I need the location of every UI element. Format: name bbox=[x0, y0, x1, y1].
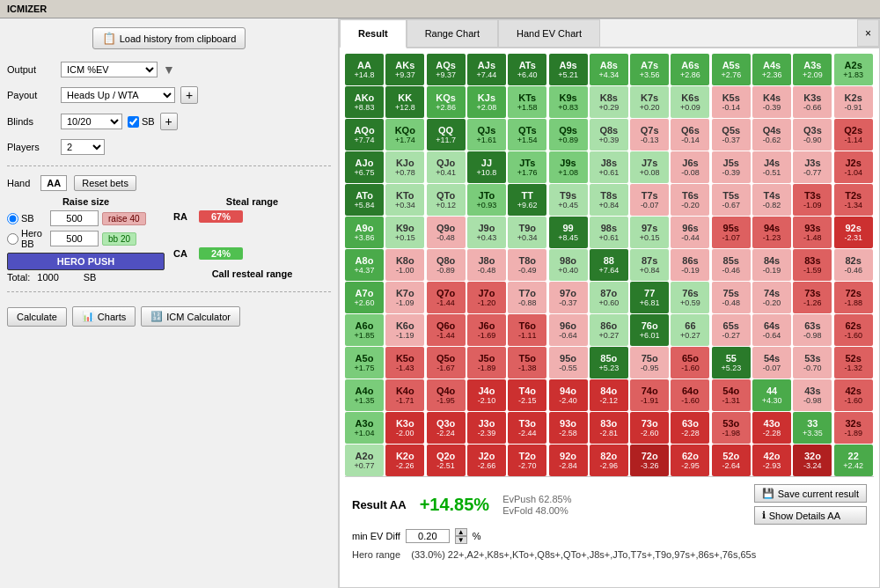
grid-cell-32o[interactable]: 32o-3.24 bbox=[793, 445, 832, 476]
grid-cell-85s[interactable]: 85s-0.46 bbox=[712, 249, 751, 281]
grid-cell-q2o[interactable]: Q2o-2.51 bbox=[427, 445, 466, 476]
grid-cell-j3o[interactable]: J3o-2.39 bbox=[467, 412, 506, 444]
grid-cell-k9s[interactable]: K9s+0.83 bbox=[549, 86, 588, 118]
grid-cell-93o[interactable]: 93o-2.58 bbox=[549, 412, 588, 444]
grid-cell-22[interactable]: 22+2.42 bbox=[834, 445, 873, 476]
grid-cell-j8o[interactable]: J8o-0.48 bbox=[467, 249, 506, 281]
grid-cell-75s[interactable]: 75s-0.48 bbox=[712, 282, 751, 313]
grid-cell-t5o[interactable]: T5o-1.38 bbox=[508, 347, 546, 379]
grid-cell-66[interactable]: 66+0.27 bbox=[671, 314, 709, 346]
grid-cell-j7o[interactable]: J7o-1.20 bbox=[467, 282, 506, 313]
grid-cell-q2s[interactable]: Q2s-1.14 bbox=[834, 119, 873, 151]
grid-cell-t7s[interactable]: T7s-0.07 bbox=[630, 184, 669, 216]
grid-cell-ajs[interactable]: AJs+7.44 bbox=[467, 54, 506, 85]
close-button[interactable]: × bbox=[857, 19, 879, 47]
grid-cell-k8o[interactable]: K8o-1.00 bbox=[385, 249, 424, 281]
grid-cell-j5s[interactable]: J5s-0.39 bbox=[712, 151, 751, 183]
grid-cell-q3o[interactable]: Q3o-2.24 bbox=[427, 412, 466, 444]
grid-cell-q4s[interactable]: Q4s-0.62 bbox=[752, 119, 791, 151]
grid-cell-72s[interactable]: 72s-1.88 bbox=[834, 282, 873, 313]
grid-cell-q5o[interactable]: Q5o-1.67 bbox=[427, 347, 466, 379]
grid-cell-j9o[interactable]: J9o+0.43 bbox=[467, 217, 506, 248]
grid-cell-jto[interactable]: JTo+0.93 bbox=[467, 184, 506, 216]
sb-checkbox[interactable] bbox=[128, 116, 139, 128]
grid-cell-62o[interactable]: 62o-2.95 bbox=[671, 445, 709, 476]
sb-radio[interactable] bbox=[7, 213, 18, 224]
grid-cell-92s[interactable]: 92s-2.31 bbox=[834, 217, 873, 248]
grid-cell-j7s[interactable]: J7s+0.08 bbox=[630, 151, 669, 183]
grid-cell-kjs[interactable]: KJs+2.08 bbox=[467, 86, 506, 118]
grid-cell-t4s[interactable]: T4s-0.82 bbox=[752, 184, 791, 216]
grid-cell-a4s[interactable]: A4s+2.36 bbox=[752, 54, 791, 85]
grid-cell-jts[interactable]: JTs+1.76 bbox=[508, 151, 546, 183]
grid-cell-54s[interactable]: 54s-0.07 bbox=[752, 347, 791, 379]
grid-cell-q7s[interactable]: Q7s-0.13 bbox=[630, 119, 669, 151]
grid-cell-63s[interactable]: 63s-0.98 bbox=[793, 314, 832, 346]
grid-cell-42o[interactable]: 42o-2.93 bbox=[752, 445, 791, 476]
grid-cell-73s[interactable]: 73s-1.26 bbox=[793, 282, 832, 313]
grid-cell-k5o[interactable]: K5o-1.43 bbox=[385, 347, 424, 379]
grid-cell-j2o[interactable]: J2o-2.66 bbox=[467, 445, 506, 476]
grid-cell-k9o[interactable]: K9o+0.15 bbox=[385, 217, 424, 248]
grid-cell-j4s[interactable]: J4s-0.51 bbox=[752, 151, 791, 183]
grid-cell-t8s[interactable]: T8s+0.84 bbox=[590, 184, 628, 216]
grid-cell-75o[interactable]: 75o-0.95 bbox=[630, 347, 669, 379]
bb-radio[interactable] bbox=[7, 233, 18, 245]
grid-cell-93s[interactable]: 93s-1.48 bbox=[793, 217, 832, 248]
ev-spinner-up[interactable]: ▲ bbox=[455, 528, 467, 536]
grid-cell-a7s[interactable]: A7s+3.56 bbox=[630, 54, 669, 85]
grid-cell-63o[interactable]: 63o-2.28 bbox=[671, 412, 709, 444]
grid-cell-53o[interactable]: 53o-1.98 bbox=[712, 412, 751, 444]
show-details-button[interactable]: ℹ Show Details AA bbox=[754, 506, 867, 525]
grid-cell-42s[interactable]: 42s-1.60 bbox=[834, 379, 873, 411]
grid-cell-96o[interactable]: 96o-0.64 bbox=[549, 314, 588, 346]
grid-cell-83s[interactable]: 83s-1.59 bbox=[793, 249, 832, 281]
grid-cell-72o[interactable]: 72o-3.26 bbox=[630, 445, 669, 476]
grid-cell-kts[interactable]: KTs+1.58 bbox=[508, 86, 546, 118]
grid-cell-kto[interactable]: KTo+0.34 bbox=[385, 184, 424, 216]
add-blinds-button[interactable]: + bbox=[160, 113, 178, 130]
grid-cell-t6o[interactable]: T6o-1.11 bbox=[508, 314, 546, 346]
grid-cell-87s[interactable]: 87s+0.84 bbox=[630, 249, 669, 281]
grid-cell-85o[interactable]: 85o+5.23 bbox=[590, 347, 628, 379]
grid-cell-ajo[interactable]: AJo+6.75 bbox=[345, 151, 384, 183]
grid-cell-k4s[interactable]: K4s-0.39 bbox=[752, 86, 791, 118]
grid-cell-t8o[interactable]: T8o-0.49 bbox=[508, 249, 546, 281]
grid-cell-k3o[interactable]: K3o-2.00 bbox=[385, 412, 424, 444]
blinds-select[interactable]: 10/20 bbox=[61, 114, 122, 129]
grid-cell-k5s[interactable]: K5s-0.14 bbox=[712, 86, 751, 118]
grid-cell-32s[interactable]: 32s-1.89 bbox=[834, 412, 873, 444]
grid-cell-t3s[interactable]: T3s-1.09 bbox=[793, 184, 832, 216]
grid-cell-54o[interactable]: 54o-1.31 bbox=[712, 379, 751, 411]
grid-cell-j3s[interactable]: J3s-0.77 bbox=[793, 151, 832, 183]
hand-value[interactable]: AA bbox=[40, 175, 67, 191]
grid-cell-82o[interactable]: 82o-2.96 bbox=[590, 445, 628, 476]
grid-cell-t5s[interactable]: T5s-0.67 bbox=[712, 184, 751, 216]
grid-cell-a2s[interactable]: A2s+1.83 bbox=[834, 54, 873, 85]
grid-cell-65s[interactable]: 65s-0.27 bbox=[712, 314, 751, 346]
grid-cell-a8o[interactable]: A8o+4.37 bbox=[345, 249, 384, 281]
grid-cell-74s[interactable]: 74s-0.20 bbox=[752, 282, 791, 313]
grid-cell-q4o[interactable]: Q4o-1.95 bbox=[427, 379, 466, 411]
tab-hand-ev-chart[interactable]: Hand EV Chart bbox=[498, 19, 600, 47]
charts-button[interactable]: 📊 Charts bbox=[72, 306, 136, 327]
grid-cell-j6s[interactable]: J6s-0.08 bbox=[671, 151, 709, 183]
grid-cell-95s[interactable]: 95s-1.07 bbox=[712, 217, 751, 248]
grid-cell-qq[interactable]: QQ+11.7 bbox=[427, 119, 466, 151]
grid-cell-73o[interactable]: 73o-2.60 bbox=[630, 412, 669, 444]
grid-cell-92o[interactable]: 92o-2.84 bbox=[549, 445, 588, 476]
grid-cell-k8s[interactable]: K8s+0.29 bbox=[590, 86, 628, 118]
grid-cell-j2s[interactable]: J2s-1.04 bbox=[834, 151, 873, 183]
grid-cell-t9s[interactable]: T9s+0.45 bbox=[549, 184, 588, 216]
grid-cell-ats[interactable]: ATs+6.40 bbox=[508, 54, 546, 85]
grid-cell-q6o[interactable]: Q6o-1.44 bbox=[427, 314, 466, 346]
grid-cell-53s[interactable]: 53s-0.70 bbox=[793, 347, 832, 379]
grid-cell-k2s[interactable]: K2s-0.91 bbox=[834, 86, 873, 118]
grid-cell-62s[interactable]: 62s-1.60 bbox=[834, 314, 873, 346]
payout-select[interactable]: Heads Up / WTA bbox=[61, 87, 175, 103]
grid-cell-t2o[interactable]: T2o-2.70 bbox=[508, 445, 546, 476]
grid-cell-t2s[interactable]: T2s-1.34 bbox=[834, 184, 873, 216]
grid-cell-98o[interactable]: 98o+0.40 bbox=[549, 249, 588, 281]
grid-cell-qto[interactable]: QTo+0.12 bbox=[427, 184, 466, 216]
output-select[interactable]: ICM %EV bbox=[61, 62, 158, 77]
